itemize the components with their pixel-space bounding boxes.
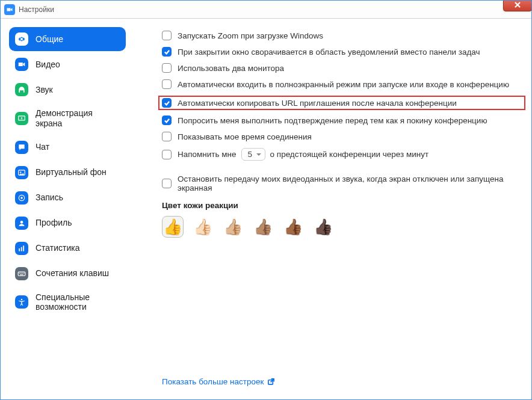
sidebar-item-share-screen[interactable]: Демонстрация экрана: [9, 103, 126, 134]
stats-icon: [15, 242, 28, 255]
window-title: Настройки: [19, 5, 54, 14]
svg-point-2: [20, 171, 21, 173]
skin-tone-option[interactable]: 👍🏻: [192, 216, 214, 238]
app-icon: [4, 4, 15, 15]
svg-rect-9: [18, 272, 25, 275]
sidebar-item-record[interactable]: Запись: [9, 186, 126, 210]
skin-tone-option[interactable]: 👍🏽: [252, 216, 274, 238]
sidebar-item-label: Профиль: [36, 218, 72, 228]
svg-point-15: [21, 299, 22, 300]
setting-label: Использовать два монитора: [178, 64, 284, 73]
external-link-icon: [267, 378, 275, 386]
setting-row: При закрытии окно сворачивается в област…: [162, 47, 525, 57]
sidebar-item-gear[interactable]: Общие: [9, 27, 126, 51]
close-button[interactable]: [503, 0, 532, 11]
sidebar-item-profile[interactable]: Профиль: [9, 211, 126, 235]
setting-label: Попросить меня выполнить подтверждение п…: [178, 116, 487, 125]
sidebar-item-stats[interactable]: Статистика: [9, 236, 126, 260]
headphones-icon: [15, 83, 28, 96]
setting-row: Попросить меня выполнить подтверждение п…: [162, 115, 525, 125]
setting-row: Показывать мое время соединения: [162, 132, 525, 141]
skin-tone-title: Цвет кожи реакции: [162, 201, 525, 210]
sidebar-item-label: Специальные возможности: [36, 292, 120, 313]
setting-stop-video: Остановить передачу моих видеоданных и з…: [162, 174, 525, 192]
video-icon: [15, 58, 28, 71]
svg-rect-11: [20, 272, 21, 273]
sidebar-item-label: Звук: [36, 85, 53, 95]
setting-row: Запускать Zoom при загрузке Windows: [162, 31, 525, 40]
sidebar-item-label: Видео: [36, 60, 60, 70]
svg-point-4: [20, 197, 23, 199]
checkbox[interactable]: [162, 31, 172, 40]
setting-label: Автоматически входить в полноэкранный ре…: [178, 80, 509, 89]
setting-label: При закрытии окно сворачивается в област…: [178, 48, 480, 57]
profile-icon: [15, 217, 28, 230]
skin-tone-option[interactable]: 👍🏼: [222, 216, 244, 238]
checkbox[interactable]: [162, 79, 172, 89]
checkbox-remind[interactable]: [162, 150, 172, 159]
svg-rect-6: [19, 248, 20, 251]
record-icon: [15, 191, 28, 205]
titlebar: Настройки: [1, 1, 531, 19]
gear-icon: [15, 32, 28, 46]
virtual-bg-icon: [15, 166, 28, 179]
setting-row: Использовать два монитора: [162, 63, 525, 73]
checkbox[interactable]: [162, 47, 172, 57]
checkbox-stop-video[interactable]: [162, 179, 172, 188]
remind-suffix: о предстоящей конференции через минут: [270, 150, 429, 159]
svg-rect-13: [23, 272, 24, 273]
main-panel: Запускать Zoom при загрузке WindowsПри з…: [132, 19, 531, 399]
sidebar-item-label: Демонстрация экрана: [36, 108, 120, 129]
more-settings-link[interactable]: Показать больше настроек: [162, 377, 275, 386]
sidebar-item-label: Запись: [36, 192, 63, 203]
sidebar-item-headphones[interactable]: Звук: [9, 78, 126, 102]
svg-point-5: [20, 221, 23, 224]
stop-video-label: Остановить передачу моих видеоданных и з…: [178, 174, 525, 192]
sidebar-item-accessibility[interactable]: Специальные возможности: [9, 287, 126, 318]
checkbox[interactable]: [162, 132, 172, 141]
sidebar-item-label: Чат: [36, 142, 49, 152]
svg-rect-14: [20, 274, 23, 275]
svg-rect-7: [21, 247, 22, 251]
skin-tone-option[interactable]: 👍🏾: [282, 216, 304, 238]
remind-prefix: Напомнить мне: [178, 150, 237, 159]
sidebar-item-label: Статистика: [36, 243, 80, 253]
setting-remind: Напомнить мне 5 о предстоящей конференци…: [162, 148, 525, 161]
sidebar-item-label: Сочетания клавиш: [36, 268, 109, 278]
sidebar-item-keyboard[interactable]: Сочетания клавиш: [9, 262, 126, 286]
setting-label: Запускать Zoom при загрузке Windows: [178, 31, 323, 40]
sidebar-item-label: Виртуальный фон: [36, 167, 107, 177]
sidebar: ОбщиеВидеоЗвукДемонстрация экранаЧатВирт…: [1, 19, 132, 399]
skin-tone-option[interactable]: 👍: [162, 216, 184, 238]
chat-icon: [15, 141, 28, 154]
sidebar-item-label: Общие: [36, 34, 63, 45]
svg-rect-10: [19, 272, 20, 273]
svg-rect-8: [23, 245, 24, 251]
skin-tones: 👍👍🏻👍🏼👍🏽👍🏾👍🏿: [162, 216, 525, 238]
setting-label: Автоматически копировать URL приглашения…: [178, 99, 457, 108]
checkbox[interactable]: [162, 98, 172, 108]
checkbox[interactable]: [162, 115, 172, 125]
checkbox[interactable]: [162, 63, 172, 73]
setting-row: Автоматически копировать URL приглашения…: [158, 96, 525, 110]
content: ОбщиеВидеоЗвукДемонстрация экранаЧатВирт…: [1, 19, 531, 399]
sidebar-item-video[interactable]: Видео: [9, 52, 126, 76]
skin-tone-option[interactable]: 👍🏿: [312, 216, 334, 238]
sidebar-item-virtual-bg[interactable]: Виртуальный фон: [9, 161, 126, 185]
remind-select[interactable]: 5: [241, 148, 265, 161]
svg-rect-12: [22, 272, 23, 273]
keyboard-icon: [15, 267, 28, 280]
accessibility-icon: [15, 295, 28, 309]
share-screen-icon: [15, 112, 28, 125]
setting-row: Автоматически входить в полноэкранный ре…: [162, 79, 525, 89]
more-settings-label: Показать больше настроек: [162, 377, 264, 386]
sidebar-item-chat[interactable]: Чат: [9, 135, 126, 159]
setting-label: Показывать мое время соединения: [178, 132, 312, 141]
